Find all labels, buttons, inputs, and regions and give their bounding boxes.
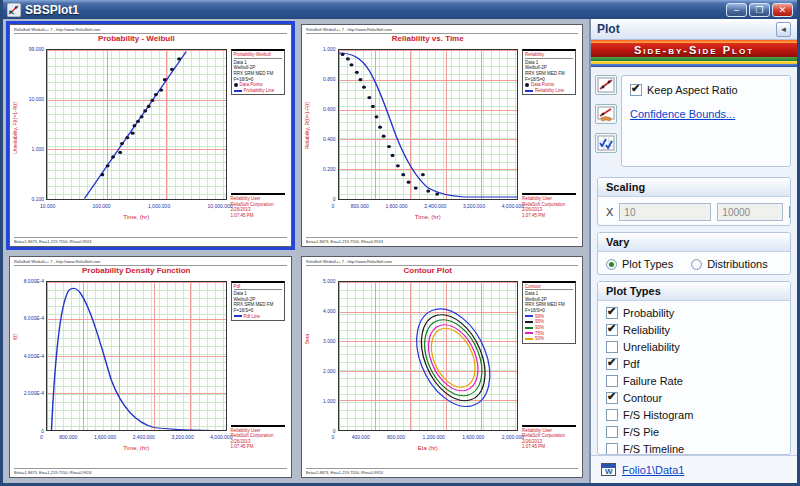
- edit-plot-button[interactable]: [595, 104, 617, 124]
- plot-control-panel: Plot ◂ Side-by-Side Plot: [589, 19, 797, 483]
- checkbox-icon: [606, 443, 618, 455]
- checkbox-icon: [606, 358, 618, 370]
- plot-legend: Pdf Data 1 Weibull-2P RRX SRM MED FM F=1…: [231, 281, 285, 322]
- contour-level-swatch: [525, 327, 533, 329]
- plot-types-header: Plot Types: [598, 282, 790, 301]
- plot-sheet-pdf[interactable]: ReliaSoft Weibull++ 7 - http://www.Relia…: [9, 256, 292, 479]
- plot-frame: [46, 49, 227, 200]
- sheet-header: ReliaSoft Weibull++ 7 - http://www.Relia…: [14, 259, 287, 266]
- scaling-axis-label: X: [606, 206, 613, 218]
- plot-type-probability[interactable]: Probability: [606, 307, 782, 319]
- checkbox-icon: [630, 84, 642, 96]
- plot-type-failure-rate[interactable]: Failure Rate: [606, 375, 782, 387]
- scaling-max-input[interactable]: [717, 203, 783, 221]
- x-axis-ticks: 0800.0001,600.0002,400.0003,200.0004,000…: [40, 434, 233, 440]
- plots-grid: ReliaSoft Weibull++ 7 - http://www.Relia…: [3, 19, 589, 483]
- data-points-swatch: [525, 83, 529, 87]
- plot-sheet-contour[interactable]: ReliaSoft Weibull++ 7 - http://www.Relia…: [301, 256, 584, 479]
- y-axis-ticks: 5.0004.0003.0002.0001.0000: [306, 278, 336, 435]
- keep-aspect-ratio-checkbox[interactable]: Keep Aspect Ratio: [630, 84, 782, 96]
- plot-type-unreliability[interactable]: Unreliability: [606, 341, 782, 353]
- y-axis-ticks: 8.000E-46.000E-44.000E-42.000E-40: [14, 278, 44, 435]
- signature-block: Reliability UserReliaSoft Corporation 2/…: [522, 193, 576, 219]
- plot-type-fs-histogram[interactable]: F/S Histogram: [606, 409, 782, 421]
- panel-header: Plot ◂: [591, 19, 797, 40]
- sheet-footer: Beta=1.8673, Eta=1,219.7550, Rho=0.9924: [306, 468, 579, 475]
- folio-icon: [601, 463, 616, 476]
- pdf-plot-canvas: [47, 282, 226, 431]
- plot-frame: [338, 281, 519, 432]
- x-axis-label: Time, (hr): [338, 214, 519, 220]
- confidence-bounds-link[interactable]: Confidence Bounds...: [630, 108, 735, 120]
- sheet-header: ReliaSoft Weibull++ 7 - http://www.Relia…: [306, 27, 579, 34]
- plot-setup-button[interactable]: [595, 75, 617, 95]
- x-axis-ticks: 10.000100.0001,000.00010,000.000: [40, 203, 233, 209]
- app-window: SBSPlot1 – ❐ ✕ ReliaSoft Weibull++ 7 - h…: [0, 0, 800, 486]
- window-title: SBSPlot1: [25, 3, 726, 17]
- contour-level-swatch: [525, 315, 533, 317]
- plot-title: Reliability vs. Time: [338, 34, 519, 43]
- sheet-footer: Beta=1.8673, Eta=1,219.7550, Rho=0.9924: [14, 468, 287, 475]
- plot-type-pdf[interactable]: Pdf: [606, 358, 782, 370]
- maximize-button[interactable]: ❐: [749, 3, 770, 17]
- sheet-header: ReliaSoft Weibull++ 7 - http://www.Relia…: [306, 259, 579, 266]
- panel-collapse-button[interactable]: ◂: [776, 22, 791, 37]
- app-icon: [7, 3, 21, 17]
- line-swatch: [525, 90, 533, 92]
- checkbox-icon: [606, 341, 618, 353]
- radio-icon: [691, 259, 702, 270]
- sheet-header: ReliaSoft Weibull++ 7 - http://www.Relia…: [14, 27, 287, 34]
- side-by-side-banner: Side-by-Side Plot: [591, 40, 797, 67]
- sheet-footer: Beta=1.8673, Eta=1,219.7550, Rho=0.9924: [14, 237, 287, 244]
- plot-title: Contour Plot: [338, 266, 519, 275]
- x-axis-ticks: 0800.0001,600.0002,400.0003,200.0004,000…: [332, 203, 525, 209]
- panel-title: Plot: [597, 22, 776, 36]
- vary-group: Vary Plot Types Distributions: [597, 232, 791, 275]
- line-swatch: [234, 90, 242, 92]
- plot-title: Probability Density Function: [46, 266, 227, 275]
- contour-plot-canvas: [339, 282, 518, 431]
- checkbox-icon: [606, 426, 618, 438]
- minimize-button[interactable]: –: [726, 3, 747, 17]
- folio-data-link[interactable]: Folio1\Data1: [622, 464, 684, 476]
- plot-sheet-probability-weibull[interactable]: ReliaSoft Weibull++ 7 - http://www.Relia…: [9, 24, 292, 247]
- plot-type-contour[interactable]: Contour: [606, 392, 782, 404]
- checkbox-icon: [606, 392, 618, 404]
- plot-type-reliability[interactable]: Reliability: [606, 324, 782, 336]
- signature-block: Reliability UserReliaSoft Corporation 2/…: [231, 193, 285, 219]
- plot-type-fs-pie[interactable]: F/S Pie: [606, 426, 782, 438]
- plot-legend: Reliability Data 1 Weibull-2P RRX SRM ME…: [522, 49, 576, 95]
- x-axis-ticks: 0400.000800.0001,200.0001,600.0002,000.0…: [332, 434, 525, 440]
- vary-header: Vary: [598, 233, 790, 252]
- x-axis-label: Time, (hr): [46, 445, 227, 451]
- plot-frame: [338, 49, 519, 200]
- signature-block: Reliability UserReliaSoft Corporation 2/…: [231, 425, 285, 451]
- data-source-row: Folio1\Data1: [591, 455, 797, 483]
- plot-sheet-reliability[interactable]: ReliaSoft Weibull++ 7 - http://www.Relia…: [301, 24, 584, 247]
- x-axis-label: Eta (hr): [338, 445, 519, 451]
- scaling-min-input[interactable]: [619, 203, 711, 221]
- checkbox-icon: [606, 375, 618, 387]
- title-bar: SBSPlot1 – ❐ ✕: [3, 0, 797, 19]
- radio-icon: [606, 259, 617, 270]
- plot-legend: Contour Data 1 Weibull-2P RRX SRM MED FM…: [522, 281, 576, 344]
- select-plots-button[interactable]: [595, 133, 617, 153]
- y-axis-ticks: 99.00010.0001.0000.100: [14, 46, 44, 203]
- vary-plot-types-radio[interactable]: Plot Types: [606, 258, 673, 270]
- x-axis-label: Time, (hr): [46, 214, 227, 220]
- plot-legend: Probability-Weibull Data 1 Weibull-2P RR…: [231, 49, 285, 95]
- plot-toolbar: [595, 75, 617, 167]
- checkbox-icon: [606, 324, 618, 336]
- data-points-swatch: [234, 83, 238, 87]
- aspect-group: Keep Aspect Ratio Confidence Bounds...: [621, 75, 791, 167]
- signature-block: Reliability UserReliaSoft Corporation 2/…: [522, 425, 576, 451]
- checkbox-icon: [606, 409, 618, 421]
- plot-frame: [46, 281, 227, 432]
- close-button[interactable]: ✕: [772, 3, 793, 17]
- vary-distributions-radio[interactable]: Distributions: [691, 258, 768, 270]
- checkbox-icon: [606, 307, 618, 319]
- probability-plot-canvas: [47, 50, 226, 199]
- plot-type-fs-timeline[interactable]: F/S Timeline: [606, 443, 782, 455]
- scaling-header: Scaling: [598, 178, 790, 197]
- scaling-auto-checkbox[interactable]: [789, 206, 791, 218]
